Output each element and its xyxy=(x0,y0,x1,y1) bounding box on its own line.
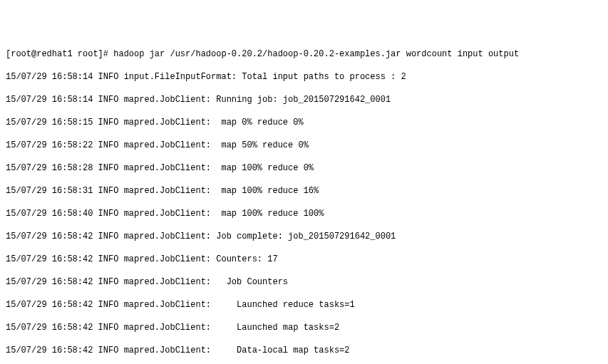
terminal-line: 15/07/29 16:58:31 INFO mapred.JobClient:… xyxy=(6,185,602,197)
terminal-line: 15/07/29 16:58:14 INFO input.FileInputFo… xyxy=(6,71,602,83)
terminal-line: 15/07/29 16:58:42 INFO mapred.JobClient:… xyxy=(6,322,602,333)
terminal-line: 15/07/29 16:58:42 INFO mapred.JobClient:… xyxy=(6,345,602,356)
terminal-line: 15/07/29 16:58:28 INFO mapred.JobClient:… xyxy=(6,162,602,174)
terminal-line: 15/07/29 16:58:14 INFO mapred.JobClient:… xyxy=(6,94,602,105)
command-text: hadoop jar /usr/hadoop-0.20.2/hadoop-0.2… xyxy=(113,49,519,59)
shell-prompt: [root@redhat1 root]# xyxy=(6,49,113,59)
terminal-line: 15/07/29 16:58:15 INFO mapred.JobClient:… xyxy=(6,117,602,128)
terminal-line: 15/07/29 16:58:22 INFO mapred.JobClient:… xyxy=(6,140,602,151)
terminal-line: 15/07/29 16:58:42 INFO mapred.JobClient:… xyxy=(6,254,602,265)
terminal-line: 15/07/29 16:58:42 INFO mapred.JobClient:… xyxy=(6,231,602,242)
terminal-line: 15/07/29 16:58:42 INFO mapred.JobClient:… xyxy=(6,299,602,311)
terminal-line: 15/07/29 16:58:40 INFO mapred.JobClient:… xyxy=(6,208,602,219)
terminal-line: [root@redhat1 root]# hadoop jar /usr/had… xyxy=(6,48,602,60)
terminal-line: 15/07/29 16:58:42 INFO mapred.JobClient:… xyxy=(6,276,602,288)
